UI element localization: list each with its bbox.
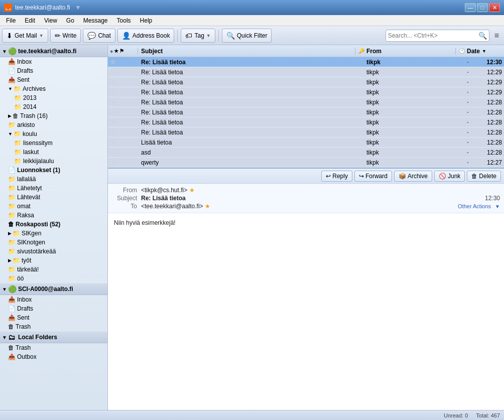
menu-message[interactable]: Message [79,16,112,25]
folder-sikgen[interactable]: ▶ 📁 SIKgen [0,229,107,238]
subject-0[interactable]: Re: Lisää tietoa [138,59,355,66]
email-row[interactable]: ☆ Re: Lisää tietoa tikpk • 12:28 [108,127,504,137]
email-row[interactable]: ☆ Lisää tietoa tikpk • 12:28 [108,137,504,148]
email-row[interactable]: ☆ Re: Lisää tietoa tikpk • 12:30 [108,57,504,67]
star-2[interactable]: ☆ [108,79,118,85]
email-row[interactable]: ☆ Re: Lisää tietoa tikpk • 12:28 [108,117,504,127]
folder-omat[interactable]: 📁 omat [0,202,107,211]
tag-dropdown-icon[interactable]: ▼ [206,33,211,38]
folder-2013[interactable]: 📁 2013 [0,93,107,102]
subject-10[interactable]: qwerty [138,159,355,166]
from-1[interactable]: tikpk [363,69,464,76]
folder-sivustotarkeaa[interactable]: 📁 sivustotärkeää [0,247,107,256]
to-star[interactable]: ★ [205,203,210,210]
folder-arkisto[interactable]: 📁 arkisto [0,120,107,129]
folder-koulu[interactable]: ▼ 📁 koulu [0,129,107,138]
subject-4[interactable]: Re: Lisää tietoa [138,99,355,106]
subject-9[interactable]: asd [138,149,355,156]
reply-button[interactable]: ↩ Reply [321,171,352,182]
search-box[interactable]: 🔍 [386,30,489,42]
email-row[interactable]: ☆ qwerty tikpk • 12:27 [108,158,504,168]
tag-button[interactable]: 🏷 Tag ▼ [181,29,215,43]
address-book-button[interactable]: 👤 Address Book [117,29,175,43]
minimize-button[interactable]: — [465,3,476,12]
folder-laskut[interactable]: 📁 laskut [0,148,107,157]
folder-archives[interactable]: ▼ 📁 Archives [0,84,107,93]
subject-7[interactable]: Re: Lisää tietoa [138,129,355,136]
date-sort-icon[interactable]: ▼ [482,49,486,54]
folder-luonnokset[interactable]: 📄 Luonnokset (1) [0,166,107,175]
folder-sci-drafts[interactable]: 📄 Drafts [0,304,107,313]
menu-edit[interactable]: Edit [21,16,39,25]
title-dropdown[interactable]: ▼ [75,4,81,11]
from-9[interactable]: tikpk [363,149,464,156]
star-7[interactable]: ☆ [108,129,118,135]
folder-lahtevat[interactable]: 📁 Lähtevät [0,193,107,202]
menu-go[interactable]: Go [62,16,78,25]
quick-filter-button[interactable]: 🔍 Quick Filter [222,29,272,43]
folder-sent[interactable]: 📤 Sent [0,75,107,84]
from-star[interactable]: ★ [189,187,195,194]
folder-2014[interactable]: 📁 2014 [0,102,107,111]
menu-view[interactable]: View [40,16,61,25]
from-7[interactable]: tikpk [363,129,464,136]
menu-tools[interactable]: Tools [113,16,135,25]
folder-sci-sent[interactable]: 📤 Sent [0,313,107,322]
from-8[interactable]: tikpk [363,139,464,146]
subject-1[interactable]: Re: Lisää tietoa [138,69,355,76]
col-date-header[interactable]: 🕐 Date ▼ [456,48,496,55]
forward-button[interactable]: ↪ Forward [354,171,392,182]
account-1-header[interactable]: ▼ 🟢 tee.teekkari@aalto.fi [0,45,107,57]
get-mail-button[interactable]: ⬇ Get Mail ▼ [2,29,48,43]
other-actions-dropdown-icon[interactable]: ▼ [495,204,500,209]
from-5[interactable]: tikpk [363,109,464,116]
maximize-button[interactable]: □ [477,3,488,12]
col-star-icon[interactable]: ★ [114,48,118,54]
subject-5[interactable]: Re: Lisää tietoa [138,109,355,116]
folder-sci-inbox[interactable]: 📥 Inbox [0,295,107,304]
email-row[interactable]: ☆ Re: Lisää tietoa tikpk • 12:28 [108,107,504,117]
star-6[interactable]: ☆ [108,119,118,125]
menu-help[interactable]: Help [136,16,157,25]
folder-leikkijalaulu[interactable]: 📁 leikkijalaulu [0,157,107,166]
from-6[interactable]: tikpk [363,119,464,126]
from-4[interactable]: tikpk [363,99,464,106]
folder-roskaposti[interactable]: 🗑 Roskaposti (52) [0,220,107,229]
folder-lallalaa[interactable]: 📁 lallalää [0,175,107,184]
subject-2[interactable]: Re: Lisää tietoa [138,79,355,86]
star-10[interactable]: ☆ [108,159,118,166]
folder-lisenssitym[interactable]: 📁 lisenssitym [0,138,107,148]
local-folders-header[interactable]: ▼ 🗂 Local Folders [0,331,107,343]
folder-tarkeaa[interactable]: 📁 tärkeää! [0,265,107,274]
folder-inbox[interactable]: 📥 Inbox [0,57,107,66]
email-row[interactable]: ☆ Re: Lisää tietoa tikpk • 12:28 [108,97,504,107]
other-actions-link[interactable]: Other Actions [458,203,491,209]
folder-raksa[interactable]: 📁 Raksa [0,211,107,220]
from-0[interactable]: tikpk [363,59,464,66]
from-2[interactable]: tikpk [363,79,464,86]
subject-8[interactable]: Lisää tietoa [138,139,355,146]
star-0[interactable]: ☆ [108,59,118,65]
folder-sci-trash[interactable]: 🗑 Trash [0,322,107,331]
search-input[interactable] [388,32,478,39]
folder-local-trash[interactable]: 🗑 Trash [0,343,107,352]
close-button[interactable]: ✕ [489,3,500,12]
star-8[interactable]: ☆ [108,139,118,146]
star-5[interactable]: ☆ [108,109,118,115]
folder-drafts[interactable]: 📄 Drafts [0,66,107,75]
email-row[interactable]: ☆ Re: Lisää tietoa tikpk • 12:29 [108,67,504,77]
delete-button[interactable]: 🗑 Delete [467,171,501,182]
col-from-header[interactable]: 🔑 From [355,48,456,55]
subject-6[interactable]: Re: Lisää tietoa [138,119,355,126]
email-row[interactable]: ☆ Re: Lisää tietoa tikpk • 12:29 [108,77,504,87]
write-button[interactable]: ✏ Write [50,29,81,43]
email-row[interactable]: ☆ Re: Lisää tietoa tikpk • 12:29 [108,87,504,97]
subject-3[interactable]: Re: Lisää tietoa [138,89,355,96]
from-3[interactable]: tikpk [363,89,464,96]
account-2-header[interactable]: ▼ 🟢 SCI-A0000@aalto.fi [0,283,107,295]
archive-button[interactable]: 📦 Archive [394,171,432,182]
email-row[interactable]: ☆ asd tikpk • 12:28 [108,148,504,158]
folder-lahetetyt[interactable]: 📁 Lähetetyt [0,184,107,193]
folder-siknotgen[interactable]: 📁 SIKnotgen [0,238,107,247]
folder-oo[interactable]: 📁 öö [0,274,107,283]
